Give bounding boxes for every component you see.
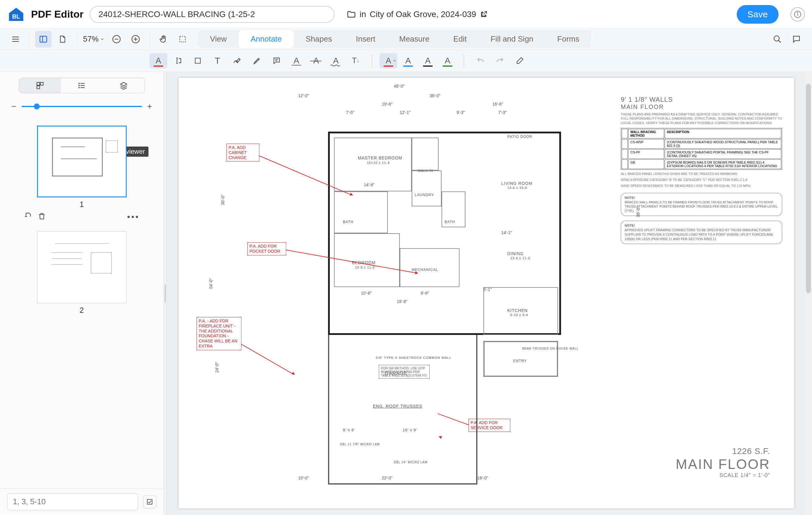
text-cursor-tool[interactable] — [169, 53, 187, 69]
svg-point-30 — [79, 87, 79, 88]
room-label: PATIO DOOR — [507, 135, 532, 139]
tab-shapes[interactable]: Shapes — [294, 30, 344, 48]
svg-point-28 — [79, 83, 79, 84]
comments-panel-icon[interactable] — [788, 31, 805, 48]
thumbnail-list: 1 ••• 2 — [0, 117, 164, 488]
freehand-tool[interactable] — [228, 53, 246, 69]
svg-rect-14 — [180, 36, 185, 42]
delete-page-icon[interactable] — [38, 212, 46, 222]
tab-edit[interactable]: Edit — [441, 30, 478, 48]
dim-label: 12'-0" — [298, 93, 309, 98]
tab-annotate[interactable]: Annotate — [239, 30, 294, 48]
dim-label: 48'-0" — [394, 84, 405, 88]
tab-view[interactable]: View — [198, 30, 239, 48]
sidebar-tab-outline[interactable] — [61, 78, 103, 93]
room-dim: 13-6 x 11-0 — [510, 256, 530, 260]
color-blue[interactable]: A — [399, 53, 417, 69]
color-green[interactable]: A — [439, 53, 457, 69]
room-dim: 10-0 x 11-0 — [355, 266, 375, 269]
save-button[interactable]: Save — [737, 5, 779, 24]
panel-toggle-icon[interactable] — [35, 31, 52, 48]
room-label: DINING — [507, 251, 524, 256]
zoom-out-icon[interactable] — [108, 31, 125, 48]
page-range-input[interactable] — [7, 493, 138, 510]
text-underline-tool[interactable]: A — [287, 53, 305, 69]
svg-rect-23 — [40, 83, 43, 85]
highlighter-tool[interactable] — [248, 53, 266, 69]
rotate-page-icon[interactable] — [24, 212, 32, 222]
undo-icon[interactable] — [471, 53, 489, 69]
vertical-scrollbar[interactable] — [805, 72, 812, 515]
thumbnail-page-1[interactable] — [37, 126, 127, 197]
tab-insert[interactable]: Insert — [344, 30, 387, 48]
note-box-1: NOTE!BRACED WALL PANELS TO BE FRAMED FRO… — [621, 193, 782, 216]
tab-measure[interactable]: Measure — [387, 30, 441, 48]
room-label: ENTRY — [513, 359, 527, 363]
svg-point-15 — [774, 35, 779, 41]
room-dim: 13-6 x 15-8 — [507, 186, 527, 190]
eraser-icon[interactable] — [511, 53, 529, 69]
thumbnail-page-2[interactable] — [37, 232, 127, 303]
notes-disclaimer: THESE PLANS ARE PREPARED AS A DRAFTING S… — [621, 112, 782, 125]
note-line: WIND SPEED RESISTANCE TO BE MEASURED LES… — [621, 184, 782, 188]
sidebar-tab-layers[interactable] — [103, 78, 145, 93]
header: BL PDF Editor 24012-SHERCO-WALL BRACING … — [0, 0, 812, 29]
rectangle-tool[interactable] — [189, 53, 207, 69]
redo-icon[interactable] — [491, 53, 509, 69]
thumb-zoom-plus[interactable]: + — [145, 101, 154, 112]
svg-point-29 — [79, 85, 79, 86]
note-box: FOR GB METHOD, USE GYP. BOARD FASTENING … — [379, 365, 430, 379]
room-label: BEDROOM — [352, 260, 376, 265]
document-name: 24012-SHERCO-WALL BRACING (1-25-2 — [98, 9, 255, 19]
strikethrough-tool[interactable]: A — [307, 53, 325, 69]
annotation-callout[interactable]: P.A. ADD CABINET CHANGE — [227, 143, 259, 162]
annotation-callout[interactable]: P.A. ADD FOR POCKET DOOR — [248, 242, 286, 255]
search-icon[interactable] — [769, 31, 786, 48]
note-tool[interactable] — [268, 53, 286, 69]
color-red[interactable]: A — [379, 53, 397, 69]
zoom-dropdown[interactable]: 57% — [81, 34, 107, 44]
note-line: ALL BRACED PANEL LENGTHS GIVEN ARE TO BE… — [621, 172, 782, 176]
menu-icon[interactable] — [7, 31, 24, 48]
sidebar-resize-handle[interactable] — [164, 72, 167, 515]
thumbnail-zoom-slider[interactable]: − + — [0, 96, 164, 117]
dim-label: 16'-0" — [477, 476, 488, 480]
annotation-callout[interactable]: P.A. - ADD FOR FIREPLACE UNIT - THE ADDI… — [197, 317, 241, 350]
page-view-icon[interactable] — [54, 31, 71, 48]
apply-range-button[interactable] — [143, 495, 156, 509]
dim-label: 14'-1" — [501, 230, 512, 235]
breadcrumb-folder: City of Oak Grove, 2024-039 — [370, 9, 476, 19]
dim-label: 19'-8" — [397, 299, 407, 304]
sidebar-tab-thumbnails[interactable] — [19, 78, 61, 93]
insert-text-tool[interactable]: T↓ — [347, 53, 365, 69]
room-label: MASTER BEDROOM — [358, 156, 402, 160]
squiggly-tool[interactable]: A — [327, 53, 345, 69]
tab-fill-sign[interactable]: Fill and Sign — [478, 30, 545, 48]
svg-rect-7 — [40, 36, 47, 42]
breadcrumb[interactable]: in City of Oak Grove, 2024-039 — [347, 9, 488, 19]
room-dim: 9-10 x 9-4 — [510, 313, 528, 317]
room-label: LIVING ROOM — [501, 181, 532, 186]
color-black[interactable]: A — [419, 53, 437, 69]
text-tool[interactable]: T — [208, 53, 227, 69]
dim-label: 14'-6" — [364, 183, 375, 187]
thumbnail-num-2: 2 — [18, 306, 145, 315]
dim-label: 8'-9" — [420, 291, 429, 296]
thumb-zoom-minus[interactable]: − — [9, 101, 19, 112]
annotation-callout[interactable]: P.A. ADD FOR SERVICE DOOR — [468, 419, 510, 432]
zoom-in-icon[interactable] — [127, 31, 144, 48]
document-viewer[interactable]: 48'-0" 12'-0" 36'-0" 19'-6" 16'-6" 7'-5"… — [167, 72, 812, 515]
pan-hand-icon[interactable] — [155, 31, 172, 48]
notes-subtitle: MAIN FLOOR — [621, 104, 782, 110]
more-page-icon[interactable]: ••• — [127, 212, 140, 222]
tab-forms[interactable]: Forms — [545, 30, 591, 48]
select-icon[interactable] — [174, 31, 191, 48]
dim-label: 22'-0" — [382, 476, 393, 480]
note-label: ENG. ROOF TRUSSES — [373, 404, 422, 409]
dim-label: 10'-8" — [361, 291, 372, 296]
note-label: DBL 14" MICRO LAM — [394, 461, 428, 464]
document-name-field[interactable]: 24012-SHERCO-WALL BRACING (1-25-2 — [90, 6, 335, 23]
dim-label: 30'-0" — [221, 194, 225, 205]
underline-tool-red[interactable]: A — [149, 53, 167, 69]
info-button[interactable] — [790, 7, 805, 22]
